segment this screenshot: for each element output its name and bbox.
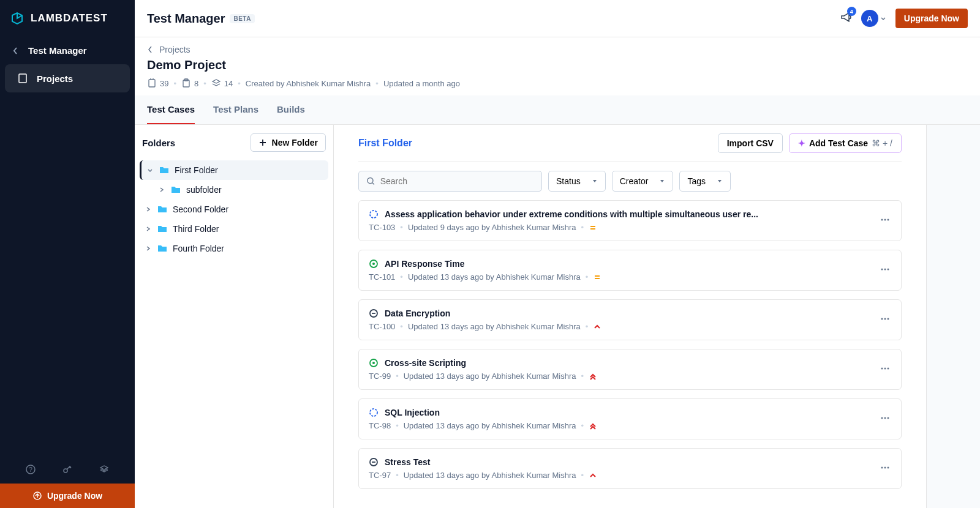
nav-projects[interactable]: Projects — [5, 64, 130, 92]
testcase-meta: Updated 13 days ago by Abhishek Kumar Mi… — [404, 471, 576, 480]
priority-medium-icon — [589, 223, 597, 232]
testcase-meta: Updated 13 days ago by Abhishek Kumar Mi… — [408, 322, 581, 331]
testcase-menu[interactable] — [879, 412, 891, 427]
tab-builds[interactable]: Builds — [277, 95, 305, 124]
svg-point-10 — [881, 219, 883, 220]
svg-text:?: ? — [29, 466, 32, 473]
testcase-menu[interactable] — [879, 461, 891, 476]
testcase-card[interactable]: Assess application behavior under extrem… — [358, 200, 902, 241]
app-title: Test Manager — [147, 12, 225, 26]
tab-test-cases[interactable]: Test Cases — [147, 95, 195, 124]
svg-point-20 — [884, 318, 886, 319]
import-csv-button[interactable]: Import CSV — [718, 133, 783, 153]
filter-creator[interactable]: Creator — [612, 171, 674, 192]
tc-header: First Folder Import CSV ✦ Add Test Case … — [358, 133, 902, 162]
more-icon — [879, 313, 891, 325]
svg-point-24 — [881, 367, 883, 369]
folder-item[interactable]: subfolder — [140, 180, 328, 200]
folder-item[interactable]: Third Folder — [140, 219, 328, 239]
folder-item[interactable]: Second Folder — [140, 200, 328, 219]
more-icon — [879, 412, 891, 424]
project-header: Demo Project 39 • 8 • 14 • Created by Ab… — [135, 54, 980, 95]
testcase-icon — [147, 78, 157, 88]
priority-critical-icon — [589, 422, 597, 430]
chevron-icon — [145, 245, 152, 252]
testcase-title: API Response Time — [385, 259, 464, 269]
chevron-down-icon — [659, 178, 665, 184]
svg-point-27 — [370, 409, 377, 416]
breadcrumb-link[interactable]: Projects — [159, 45, 190, 54]
project-meta: 39 • 8 • 14 • Created by Abhishek Kumar … — [147, 78, 968, 88]
testcase-id: TC-99 — [369, 372, 391, 381]
add-tc-label: Add Test Case — [809, 138, 868, 148]
breadcrumb: Projects — [135, 37, 980, 54]
notif-count: 4 — [847, 7, 856, 16]
sidebar-upgrade-label: Upgrade Now — [47, 491, 102, 501]
upgrade-icon — [32, 491, 42, 501]
more-icon — [879, 263, 891, 275]
search-icon — [366, 176, 375, 186]
upgrade-button[interactable]: Upgrade Now — [895, 9, 968, 28]
more-icon — [879, 362, 891, 375]
testcase-menu[interactable] — [879, 263, 891, 278]
status-pending-icon — [369, 209, 379, 219]
svg-point-25 — [884, 367, 886, 369]
notifications[interactable]: 4 — [839, 10, 853, 26]
tc-list: Assess application behavior under extrem… — [358, 200, 902, 501]
folder-label: Third Folder — [173, 224, 219, 234]
sidebar-upgrade[interactable]: Upgrade Now — [0, 484, 135, 508]
folder-icon — [157, 223, 168, 234]
testcase-card[interactable]: Data EncryptionTC-100•Updated 13 days ag… — [358, 299, 902, 340]
add-test-case-button[interactable]: ✦ Add Test Case ⌘ + / — [789, 133, 902, 153]
filter-status[interactable]: Status — [548, 171, 606, 192]
breadcrumb-back-icon[interactable] — [147, 45, 153, 54]
testcase-id: TC-100 — [369, 322, 395, 331]
content: Folders New Folder First Foldersubfolder… — [135, 125, 980, 508]
svg-rect-5 — [149, 80, 155, 87]
stack-icon[interactable] — [99, 464, 110, 475]
plus-icon — [258, 138, 267, 147]
testcase-card[interactable]: SQL InjectionTC-98•Updated 13 days ago b… — [358, 398, 902, 439]
testcase-title: Stress Test — [385, 457, 430, 467]
chevron-icon — [145, 225, 152, 233]
folders-heading: Folders — [142, 138, 175, 148]
testcase-menu[interactable] — [879, 362, 891, 377]
new-folder-button[interactable]: New Folder — [251, 133, 326, 152]
nav-back[interactable]: Test Manager — [0, 37, 135, 64]
clipboard-icon — [181, 78, 191, 88]
search-input[interactable] — [380, 171, 534, 191]
svg-point-32 — [881, 466, 883, 468]
testcase-menu[interactable] — [879, 313, 891, 327]
folder-item[interactable]: First Folder — [140, 160, 328, 180]
folder-icon — [159, 165, 170, 176]
testcase-card[interactable]: API Response TimeTC-101•Updated 13 days … — [358, 250, 902, 291]
beta-badge: BETA — [230, 14, 254, 23]
folder-icon — [157, 243, 168, 254]
tab-test-plans[interactable]: Test Plans — [213, 95, 258, 124]
chevron-icon — [146, 166, 154, 174]
testcase-card[interactable]: Cross-site ScriptingTC-99•Updated 13 day… — [358, 349, 902, 390]
stat-cases: 39 — [147, 78, 168, 88]
priority-medium-icon — [593, 273, 601, 282]
testcase-card[interactable]: Stress TestTC-97•Updated 13 days ago by … — [358, 448, 902, 489]
testcase-id: TC-98 — [369, 421, 391, 430]
testcase-menu[interactable] — [879, 214, 891, 228]
folder-icon — [157, 204, 168, 215]
testcase-id: TC-97 — [369, 471, 391, 480]
filter-tags[interactable]: Tags — [679, 171, 731, 192]
testcase-meta: Updated 9 days ago by Abhishek Kumar Mis… — [408, 223, 576, 232]
build-icon — [211, 78, 221, 88]
folder-tree: First FoldersubfolderSecond FolderThird … — [135, 160, 333, 258]
svg-point-8 — [368, 177, 373, 183]
folder-item[interactable]: Fourth Folder — [140, 239, 328, 258]
brand-logo[interactable]: LAMBDATEST — [0, 0, 135, 37]
user-menu[interactable]: A — [861, 10, 887, 27]
svg-point-11 — [884, 219, 886, 220]
testcase-meta: Updated 13 days ago by Abhishek Kumar Mi… — [408, 272, 581, 282]
help-icon[interactable]: ? — [25, 464, 36, 475]
status-pending-icon — [369, 408, 379, 417]
key-icon[interactable] — [62, 464, 73, 475]
nav-back-label: Test Manager — [28, 45, 87, 56]
svg-point-21 — [888, 318, 889, 319]
search-box[interactable] — [358, 171, 542, 192]
